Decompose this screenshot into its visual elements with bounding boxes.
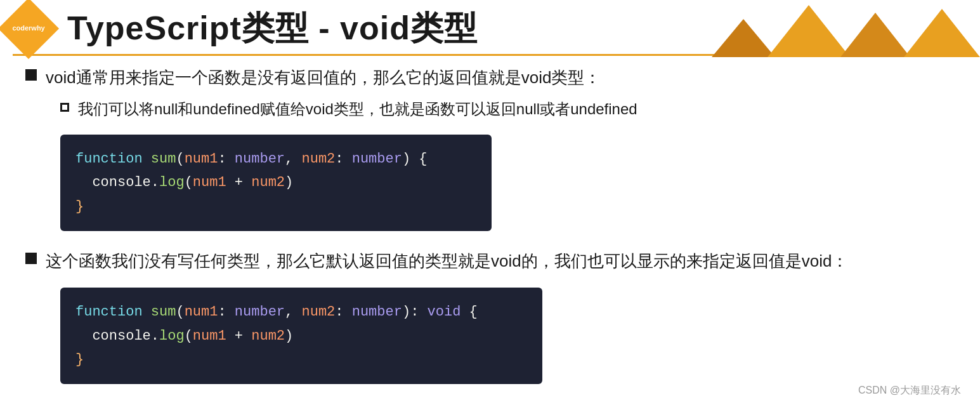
bullet-square-2-icon (25, 253, 37, 264)
footer-text: CSDN @大海里没有水 (858, 385, 961, 395)
mountain-lg-icon (768, 5, 850, 57)
mountain-sm-icon (712, 19, 775, 57)
code-line-2-3: } (75, 348, 527, 371)
header: coderwhy TypeScript类型 - void类型 (0, 0, 980, 51)
mountain-md-icon (840, 13, 910, 57)
content: void通常用来指定一个函数是没有返回值的，那么它的返回值就是void类型： 我… (0, 65, 980, 390)
logo-text: coderwhy (12, 24, 44, 32)
code-line-1-3: } (75, 195, 476, 218)
code-block-1: function sum(num1: number, num2: number)… (60, 135, 492, 231)
sub-bullet-text-1: 我们可以将null和undefined赋值给void类型，也就是函数可以返回nu… (78, 98, 637, 121)
mountain-decoration (712, 0, 980, 57)
sub-bullet-item-1: 我们可以将null和undefined赋值给void类型，也就是函数可以返回nu… (60, 98, 955, 121)
code-block-2: function sum(num1: number, num2: number)… (60, 288, 542, 384)
logo-wrapper: coderwhy (13, 7, 56, 50)
code-line-2-2: console.log(num1 + num2) (75, 324, 527, 348)
code-line-1-1: function sum(num1: number, num2: number)… (75, 147, 476, 171)
footer: CSDN @大海里没有水 (858, 384, 961, 397)
bullet-item-2: 这个函数我们没有写任何类型，那么它默认返回值的类型就是void的，我们也可以显示… (25, 249, 955, 274)
logo-diamond: coderwhy (0, 0, 59, 59)
sub-bullet-square-icon (60, 103, 69, 112)
bullet-item-1: void通常用来指定一个函数是没有返回值的，那么它的返回值就是void类型： (25, 65, 955, 90)
bullet-text-2: 这个函数我们没有写任何类型，那么它默认返回值的类型就是void的，我们也可以显示… (46, 249, 848, 274)
code-line-2-1: function sum(num1: number, num2: number)… (75, 300, 527, 324)
bullet-text-1: void通常用来指定一个函数是没有返回值的，那么它的返回值就是void类型： (46, 65, 601, 90)
bullet-square-icon (25, 69, 37, 81)
code-line-1-2: console.log(num1 + num2) (75, 171, 476, 194)
mountain-md2-icon (904, 9, 980, 57)
page-title: TypeScript类型 - void类型 (67, 6, 478, 51)
